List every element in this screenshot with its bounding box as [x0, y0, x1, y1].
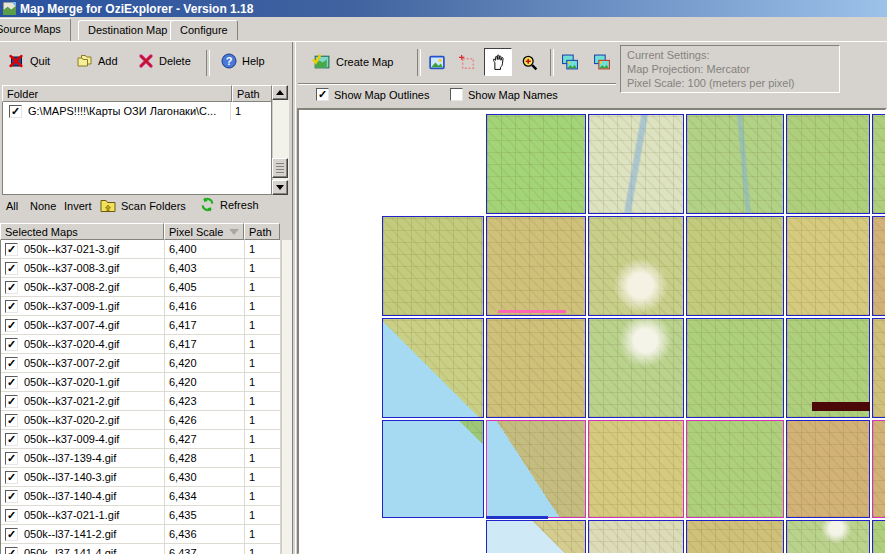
toolbar-separator [417, 49, 421, 76]
table-row[interactable]: 050k--k37-021-3.gif6,4001 [1, 240, 280, 259]
folder-column-header[interactable]: Folder [2, 85, 232, 102]
folder-checkbox[interactable] [9, 105, 22, 118]
map-tile [486, 216, 586, 316]
map-tile [588, 216, 684, 316]
row-checkbox[interactable] [5, 262, 18, 275]
refresh-button[interactable]: Refresh [200, 197, 259, 212]
image-icon [428, 54, 446, 71]
pixel-scale-column-header[interactable]: Pixel Scale [164, 223, 244, 240]
panel-divider[interactable] [292, 42, 296, 554]
tab-source-maps[interactable]: Source Maps [0, 18, 71, 41]
map-annotation-darkbar [812, 402, 870, 411]
pixel-scale-value: 6,400 [165, 240, 245, 258]
path-column-header[interactable]: Path [244, 223, 280, 240]
select-none-button[interactable]: None [30, 200, 56, 212]
map-tile [588, 520, 684, 554]
maps-scrollbar-track[interactable] [281, 240, 292, 554]
table-row[interactable]: 050k--k37-020-4.gif6,4171 [1, 335, 280, 354]
pixel-scale-value: 6,435 [165, 506, 245, 524]
map-tile-layer [299, 110, 885, 553]
map-tile [486, 114, 586, 214]
row-checkbox[interactable] [5, 243, 18, 256]
row-checkbox[interactable] [5, 471, 18, 484]
row-checkbox[interactable] [5, 547, 18, 554]
tab-strip: Source Maps Destination Map Configure [0, 17, 887, 41]
scroll-down-button[interactable] [272, 180, 288, 195]
hand-icon [490, 54, 507, 71]
checkbox-unchecked-icon[interactable] [450, 88, 463, 101]
row-checkbox[interactable] [5, 528, 18, 541]
delete-button[interactable]: Delete [138, 53, 191, 69]
view-image-button[interactable] [424, 49, 450, 75]
table-row[interactable]: 050k--k37-009-4.gif6,4271 [1, 430, 280, 449]
folder-path-column-header[interactable]: Path [232, 85, 272, 102]
app-icon [3, 2, 16, 15]
map-filename: 050k--k37-008-3.gif [24, 262, 119, 274]
path-value: 1 [245, 506, 280, 524]
table-row[interactable]: 050k--l37-140-4.gif6,4341 [1, 487, 280, 506]
folder-row[interactable]: G:\MAPS!!!!\Карты ОЗИ Лагонаки\С... 1 [3, 102, 271, 120]
row-checkbox[interactable] [5, 490, 18, 503]
row-checkbox[interactable] [5, 433, 18, 446]
show-map-names-checkbox[interactable]: Show Map Names [450, 88, 558, 101]
row-checkbox[interactable] [5, 300, 18, 313]
table-row[interactable]: 050k--k37-008-3.gif6,4031 [1, 259, 280, 278]
table-row[interactable]: 050k--l37-141-4.gif6,4371 [1, 544, 280, 554]
table-row[interactable]: 050k--k37-020-1.gif6,4201 [1, 373, 280, 392]
row-checkbox[interactable] [5, 281, 18, 294]
map-filename: 050k--k37-021-1.gif [24, 509, 119, 521]
title-bar[interactable]: Map Merge for OziExplorer - Version 1.18 [0, 0, 887, 17]
scrollbar-thumb[interactable] [272, 158, 288, 178]
help-button[interactable]: ? Help [221, 53, 265, 69]
zoom-maps-red-button[interactable] [589, 49, 615, 75]
table-row[interactable]: 050k--k37-020-2.gif6,4261 [1, 411, 280, 430]
tab-destination-map[interactable]: Destination Map [78, 20, 178, 40]
checkbox-checked-icon[interactable] [316, 88, 329, 101]
zoom-tool-button[interactable] [516, 49, 542, 75]
row-checkbox[interactable] [5, 452, 18, 465]
table-row[interactable]: 050k--k37-021-1.gif6,4351 [1, 506, 280, 525]
table-row[interactable]: 050k--k37-008-2.gif6,4051 [1, 278, 280, 297]
create-map-button[interactable]: Create Map [312, 53, 393, 70]
scroll-up-button[interactable] [272, 85, 288, 100]
table-row[interactable]: 050k--k37-009-1.gif6,4161 [1, 297, 280, 316]
row-checkbox[interactable] [5, 509, 18, 522]
selected-maps-column-header[interactable]: Selected Maps [0, 223, 164, 240]
scan-folders-button[interactable]: Scan Folders [100, 197, 186, 214]
zoom-maps-blue-button[interactable] [557, 49, 583, 75]
table-row[interactable]: 050k--l37-140-3.gif6,4301 [1, 468, 280, 487]
table-row[interactable]: 050k--k37-007-2.gif6,4201 [1, 354, 280, 373]
add-button[interactable]: Add [76, 53, 118, 69]
delete-label: Delete [159, 55, 191, 67]
row-checkbox[interactable] [5, 338, 18, 351]
select-all-button[interactable]: All [6, 200, 18, 212]
table-row[interactable]: 050k--l37-141-2.gif6,4361 [1, 525, 280, 544]
map-tile [382, 420, 484, 518]
row-checkbox[interactable] [5, 395, 18, 408]
window-title: Map Merge for OziExplorer - Version 1.18 [20, 2, 253, 16]
quit-button[interactable]: Quit [8, 53, 50, 69]
map-filename: 050k--k37-021-2.gif [24, 395, 119, 407]
path-value: 1 [245, 240, 280, 258]
table-row[interactable]: 050k--k37-021-2.gif6,4231 [1, 392, 280, 411]
select-region-button[interactable] [454, 49, 480, 75]
map-tile [588, 114, 684, 214]
select-region-icon [459, 54, 476, 71]
map-tile [382, 216, 484, 316]
row-checkbox[interactable] [5, 357, 18, 370]
table-row[interactable]: 050k--l37-139-4.gif6,4281 [1, 449, 280, 468]
pixel-scale-value: 6,420 [165, 354, 245, 372]
invert-selection-button[interactable]: Invert [64, 200, 92, 212]
toolbar-separator [550, 49, 554, 76]
pixel-scale-value: 6,426 [165, 411, 245, 429]
table-row[interactable]: 050k--k37-007-4.gif6,4171 [1, 316, 280, 335]
pan-tool-button[interactable] [484, 48, 512, 76]
show-map-outlines-checkbox[interactable]: Show Map Outlines [316, 88, 429, 101]
path-value: 1 [245, 468, 280, 486]
tab-configure[interactable]: Configure [170, 20, 238, 40]
map-preview-area[interactable] [297, 108, 887, 554]
row-checkbox[interactable] [5, 319, 18, 332]
row-checkbox[interactable] [5, 376, 18, 389]
row-checkbox[interactable] [5, 414, 18, 427]
arrow-up-icon [276, 90, 284, 95]
